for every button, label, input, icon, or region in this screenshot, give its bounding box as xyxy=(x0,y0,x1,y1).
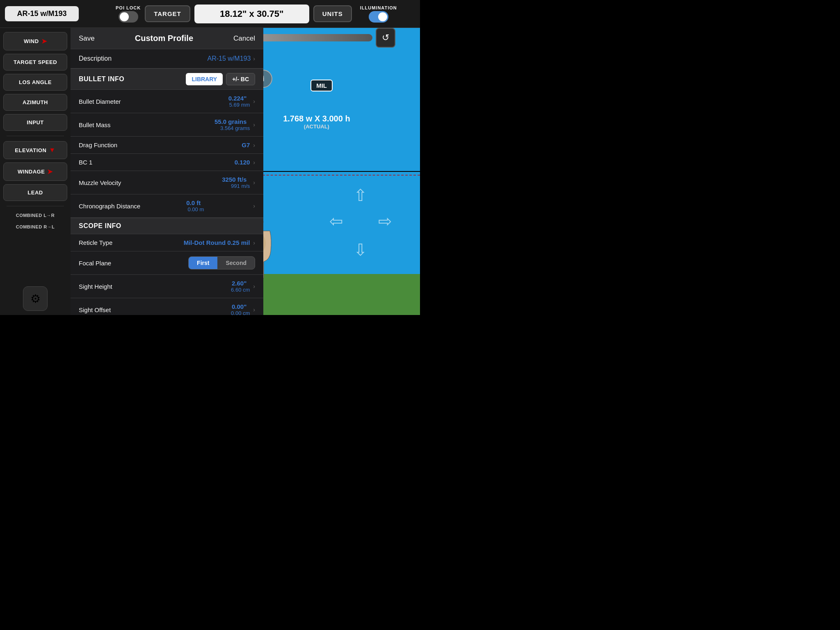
poi-lock-toggle[interactable] xyxy=(119,11,138,23)
chrono-distance-row[interactable]: Chronograph Distance 0.0 ft 0.00 m › xyxy=(71,194,263,218)
chrono-distance-chevron-icon: › xyxy=(253,203,255,209)
bc-button[interactable]: +/- BC xyxy=(226,73,255,85)
arrow-left-icon[interactable]: ⇦ xyxy=(329,212,343,231)
combined-rl-label: COMBINED R→L xyxy=(16,223,55,231)
bullet-info-buttons: LIBRARY +/- BC xyxy=(186,73,255,85)
bc1-chevron-icon: › xyxy=(253,159,255,166)
illumination-toggle[interactable] xyxy=(369,11,388,23)
bullet-diameter-chevron-icon: › xyxy=(253,98,255,105)
sidebar-btn-azimuth[interactable]: AZIMUTH xyxy=(3,94,67,111)
illumination-label: ILLUMINATION xyxy=(360,5,397,10)
windage-arrow-icon: ➤ xyxy=(47,168,53,176)
bullet-mass-row[interactable]: Bullet Mass 55.0 grains 3.564 grams › xyxy=(71,113,263,137)
modal-body[interactable]: Description AR-15 w/M193 › BULLET INFO L… xyxy=(71,49,263,315)
drag-function-value: G7 xyxy=(242,142,250,148)
windage-label: WINDAGE xyxy=(18,169,45,175)
modal-cancel-button[interactable]: Cancel xyxy=(233,34,255,43)
actual-size-label: 1.768 w X 3.000 h (ACTUAL) xyxy=(283,114,350,130)
sidebar-btn-target-speed[interactable]: TARGET SPEED xyxy=(3,54,67,71)
los-angle-label: LOS Angle xyxy=(19,79,52,85)
chrono-distance-value2: 0.00 m xyxy=(186,206,204,212)
bullet-info-title: BULLET INFO xyxy=(79,75,124,83)
sidebar: WIND ➤ TARGET SPEED LOS Angle AZIMUTH IN… xyxy=(0,28,71,315)
modal-save-button[interactable]: Save xyxy=(79,34,95,43)
chrono-distance-value1: 0.0 ft xyxy=(186,199,201,206)
modal-title: Custom Profile xyxy=(135,34,193,43)
sight-height-value2: 6.60 cm xyxy=(231,287,250,293)
combined-lr-label: COMBINED L→R xyxy=(16,211,55,219)
muzzle-velocity-label: Muzzle Velocity xyxy=(79,179,222,186)
modal-header: Save Custom Profile Cancel xyxy=(71,28,263,49)
sidebar-divider-2 xyxy=(7,206,64,206)
description-chevron-icon: › xyxy=(253,55,255,62)
sight-offset-row[interactable]: Sight Offset 0.00" 0.00 cm › xyxy=(71,298,263,315)
actual-sub-label: (ACTUAL) xyxy=(283,123,350,130)
mil-box: MIL xyxy=(310,80,333,91)
sight-offset-label: Sight Offset xyxy=(79,306,231,313)
reticle-type-row[interactable]: Reticle Type Mil-Dot Round 0.25 mil › xyxy=(71,234,263,251)
wind-label: WIND xyxy=(24,38,39,44)
focal-first-button[interactable]: First xyxy=(189,257,217,269)
bullet-mass-value1: 55.0 grains xyxy=(215,118,247,125)
sight-offset-value2: 0.00 cm xyxy=(231,310,250,315)
muzzle-velocity-row[interactable]: Muzzle Velocity 3250 ft/s 991 m/s › xyxy=(71,171,263,194)
units-button[interactable]: UNITS xyxy=(313,5,352,22)
bullet-diameter-value1: 0.224" xyxy=(228,95,247,102)
bullet-mass-value2: 3.564 grams xyxy=(215,125,250,131)
sidebar-divider-1 xyxy=(7,136,64,136)
bullet-diameter-value2: 5.69 mm xyxy=(228,102,250,108)
focal-plane-toggle[interactable]: First Second xyxy=(188,256,255,269)
target-speed-label: TARGET SPEED xyxy=(14,59,57,65)
drag-function-label: Drag Function xyxy=(79,142,242,148)
lead-label: LEAD xyxy=(27,189,43,196)
drag-function-chevron-icon: › xyxy=(253,142,255,148)
wind-arrow-icon: ➤ xyxy=(41,37,47,45)
bc1-row[interactable]: BC 1 0.120 › xyxy=(71,154,263,171)
illumination-knob xyxy=(378,12,387,21)
description-label: Description xyxy=(79,55,112,62)
sidebar-btn-wind[interactable]: WIND ➤ xyxy=(3,32,67,50)
elevation-label: ELEVATION xyxy=(15,147,46,153)
sidebar-btn-lead[interactable]: LEAD xyxy=(3,184,67,201)
arrow-up-icon[interactable]: ⇧ xyxy=(354,186,368,205)
drag-function-row[interactable]: Drag Function G7 › xyxy=(71,137,263,154)
bullet-diameter-row[interactable]: Bullet Diameter 0.224" 5.69 mm › xyxy=(71,90,263,113)
sidebar-btn-input[interactable]: INPUT xyxy=(3,114,67,131)
refresh-button[interactable]: ↺ xyxy=(376,28,395,48)
toggle-knob xyxy=(120,12,129,21)
custom-profile-modal: Save Custom Profile Cancel Description A… xyxy=(71,28,263,315)
sight-height-label: Sight Height xyxy=(79,283,231,290)
bullet-mass-label: Bullet Mass xyxy=(79,121,215,128)
scope-info-title: SCOPE INFO xyxy=(79,222,121,230)
gear-icon: ⚙ xyxy=(30,292,41,306)
input-label: INPUT xyxy=(27,119,44,126)
reticle-type-label: Reticle Type xyxy=(79,239,184,246)
reticle-type-chevron-icon: › xyxy=(253,240,255,246)
actual-size-value: 1.768 w X 3.000 h xyxy=(283,114,350,123)
bullet-info-section-header: BULLET INFO LIBRARY +/- BC xyxy=(71,68,263,90)
arrow-right-icon[interactable]: ⇨ xyxy=(378,212,392,231)
focal-second-button[interactable]: Second xyxy=(217,257,255,269)
scope-info-section-header: SCOPE INFO xyxy=(71,218,263,234)
description-row[interactable]: Description AR-15 w/M193 › xyxy=(71,49,263,68)
muzzle-velocity-value1: 3250 ft/s xyxy=(222,176,247,183)
library-button[interactable]: LIBRARY xyxy=(186,73,223,85)
sight-height-value1: 2.60" xyxy=(231,280,247,287)
sidebar-btn-windage[interactable]: WINDAGE ➤ xyxy=(3,162,67,181)
sidebar-btn-elevation[interactable]: ELEVATION ▼ xyxy=(3,141,67,159)
gear-button[interactable]: ⚙ xyxy=(23,286,48,311)
sidebar-btn-los-angle[interactable]: LOS Angle xyxy=(3,74,67,91)
muzzle-velocity-chevron-icon: › xyxy=(253,179,255,186)
rifle-name-button[interactable]: AR-15 w/M193 xyxy=(5,6,79,21)
bullet-diameter-label: Bullet Diameter xyxy=(79,98,228,105)
azimuth-label: AZIMUTH xyxy=(23,99,48,105)
poi-lock-group: POI LOCK xyxy=(116,5,141,23)
bullet-mass-chevron-icon: › xyxy=(253,121,255,128)
arrow-down-icon[interactable]: ⇩ xyxy=(354,240,368,259)
sight-height-row[interactable]: Sight Height 2.60" 6.60 cm › xyxy=(71,275,263,298)
elevation-arrow-icon: ▼ xyxy=(49,146,55,154)
target-button[interactable]: TARGET xyxy=(145,5,190,22)
poi-lock-label: POI LOCK xyxy=(116,5,141,10)
description-value: AR-15 w/M193 › xyxy=(208,55,256,62)
top-bar: AR-15 w/M193 POI LOCK TARGET 18.12" x 30… xyxy=(0,0,420,28)
